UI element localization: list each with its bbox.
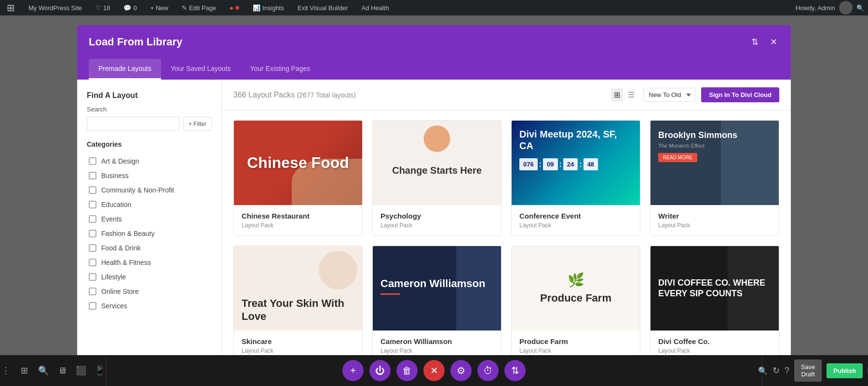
layout-card-produce-farm[interactable]: 🌿 Produce Farm Produce Farm Layout Pack (511, 246, 640, 361)
toolbar-resize-button[interactable]: ⇅ (504, 360, 526, 381)
wp-logo-icon: ⊞ (7, 2, 15, 14)
category-events[interactable]: Events (87, 212, 212, 226)
toolbar-sync-button[interactable]: ↻ (773, 362, 780, 379)
search-icon[interactable]: 🔍 (856, 4, 864, 12)
divi-item[interactable]: ● (227, 0, 242, 15)
layout-card-conference[interactable]: Divi Meetup 2024, SF, CA 076 : 09 : 24 : (511, 120, 640, 236)
writer-sub-text: The Monarch Effect (658, 143, 737, 149)
toolbar-history-button[interactable]: ⏱ (477, 360, 499, 381)
comments-item[interactable]: 💬 0 (121, 0, 139, 15)
exit-builder-item[interactable]: Exit Visual Builder (295, 0, 351, 15)
filter-button[interactable]: + Filter (183, 117, 212, 131)
sort-icon-button[interactable]: ⇅ (749, 35, 760, 49)
categories-title: Categories (87, 140, 212, 148)
category-label-lifestyle: Lifestyle (101, 273, 126, 281)
toolbar-power-button[interactable]: ⏻ (369, 360, 391, 381)
category-label-store: Online Store (101, 288, 139, 295)
produce-hero-text: Produce Farm (540, 292, 611, 304)
category-fashion[interactable]: Fashion & Beauty (87, 226, 212, 241)
view-toggle: ⊞ ☰ (611, 88, 637, 101)
tab-premade-layouts[interactable]: Premade Layouts (89, 59, 161, 80)
toolbar-center: + ⏻ 🗑 ✕ ⚙ ⏱ ⇅ (106, 360, 762, 381)
modal-tabs: Premade Layouts Your Saved Layouts Your … (77, 59, 791, 80)
layout-card-chinese-restaurant[interactable]: Chinese Food Chinese Restaurant Layout P… (233, 120, 363, 236)
layout-card-writer[interactable]: Brooklyn Simmons The Monarch Effect READ… (650, 120, 779, 236)
card-preview-produce: 🌿 Produce Farm (512, 246, 640, 331)
category-food[interactable]: Food & Drink (87, 241, 212, 255)
category-checkbox-art (89, 157, 96, 165)
card-preview-cameron: Cameron Williamson (373, 246, 501, 331)
sort-select[interactable]: New To Old Old To New A to Z Z to A (643, 88, 695, 102)
category-business[interactable]: Business (87, 168, 212, 183)
category-label-fashion: Fashion & Beauty (101, 230, 155, 237)
category-checkbox-community (89, 186, 96, 194)
timer-block-1: 076 (519, 158, 538, 170)
layout-card-psychology[interactable]: Change Starts Here Psychology Layout Pac… (372, 120, 502, 236)
toolbar-layout-button[interactable]: ⊞ (19, 362, 30, 379)
writer-hero-text: Brooklyn Simmons (658, 130, 737, 141)
wp-logo-item[interactable]: ⊞ (4, 0, 18, 15)
layout-card-skincare[interactable]: Treat Your Skin With Love Skincare Layou… (233, 246, 363, 361)
toolbar-mobile-button[interactable]: 📱 (95, 362, 106, 379)
red-dot (235, 6, 239, 10)
new-label: + New (150, 4, 168, 12)
close-modal-button[interactable]: ✕ (768, 35, 779, 49)
card-title-writer: Writer (658, 212, 771, 220)
toolbar-close-button[interactable]: ✕ (423, 360, 445, 381)
header-right: ⊞ ☰ New To Old Old To New A to Z Z to A … (611, 87, 779, 102)
toolbar-desktop-button[interactable]: 🖥 (57, 362, 68, 379)
heart-icon: ♡ (95, 4, 101, 12)
sign-in-divi-cloud-button[interactable]: Sign In To Divi Cloud (701, 87, 779, 102)
skincare-hero-text: Treat Your Skin With Love (242, 297, 354, 323)
layout-card-coffee[interactable]: DIVI COFFEE CO. WHERE EVERY SIP COUNTS D… (650, 246, 779, 361)
layout-count: 366 Layout Packs (2677 Total layouts) (233, 91, 356, 99)
tab-existing-pages[interactable]: Your Existing Pages (241, 59, 320, 80)
toolbar-options-button[interactable]: ⋮ (0, 362, 11, 379)
toolbar-tablet-button[interactable]: ⬛ (76, 362, 87, 379)
search-input[interactable] (87, 117, 179, 131)
produce-icon: 🌿 (540, 272, 611, 288)
category-services[interactable]: Services (87, 299, 212, 313)
notifications-item[interactable]: ♡ 18 (93, 0, 113, 15)
insights-item[interactable]: 📊 Insights (250, 0, 287, 15)
divi-icon: ● (230, 4, 233, 12)
psychology-hero-text: Change Starts Here (392, 164, 482, 177)
modal-overlay: Load From Library ⇅ ✕ Premade Layouts Yo… (0, 15, 868, 386)
toolbar-help-button[interactable]: ? (785, 362, 789, 379)
modal-title: Load From Library (89, 36, 182, 48)
avatar (839, 1, 853, 14)
layouts-grid: Chinese Food Chinese Restaurant Layout P… (222, 110, 791, 371)
card-title-cameron: Cameron Williamson (380, 337, 493, 345)
comment-icon: 💬 (123, 4, 131, 12)
toolbar-settings-button[interactable]: ⚙ (450, 360, 472, 381)
conference-hero-text: Divi Meetup 2024, SF, CA (519, 128, 632, 152)
layout-card-cameron[interactable]: Cameron Williamson Cameron Williamson La… (372, 246, 502, 361)
card-subtitle-psychology: Layout Pack (380, 222, 493, 229)
category-education[interactable]: Education (87, 197, 212, 212)
list-view-button[interactable]: ☰ (625, 88, 637, 101)
card-info-psychology: Psychology Layout Pack (373, 205, 501, 235)
site-name-item[interactable]: My WordPress Site (26, 0, 85, 15)
category-online-store[interactable]: Online Store (87, 284, 212, 299)
category-label-events: Events (101, 215, 122, 223)
category-lifestyle[interactable]: Lifestyle (87, 270, 212, 284)
tab-saved-layouts[interactable]: Your Saved Layouts (161, 59, 241, 80)
category-health[interactable]: Health & Fitness (87, 255, 212, 270)
ad-health-item[interactable]: Ad Health (359, 0, 392, 15)
cameron-divider (380, 293, 400, 295)
toolbar-add-button[interactable]: + (342, 360, 364, 381)
page-background: Load From Library ⇅ ✕ Premade Layouts Yo… (0, 15, 868, 386)
toolbar-right-search[interactable]: 🔍 (758, 363, 768, 378)
save-draft-button[interactable]: Save Draft (794, 359, 822, 382)
card-title-coffee: Divi Coffee Co. (658, 337, 771, 345)
grid-view-button[interactable]: ⊞ (611, 88, 623, 101)
category-checkbox-business (89, 172, 96, 179)
toolbar-search-button[interactable]: 🔍 (38, 362, 49, 379)
edit-page-item[interactable]: ✎ Edit Page (179, 0, 219, 15)
toolbar-trash-button[interactable]: 🗑 (396, 360, 418, 381)
new-item[interactable]: + New (148, 0, 171, 15)
card-subtitle-cameron: Layout Pack (380, 347, 493, 354)
category-community[interactable]: Community & Non-Profit (87, 183, 212, 197)
publish-button[interactable]: Publish (827, 363, 863, 378)
category-art-design[interactable]: Art & Design (87, 154, 212, 168)
